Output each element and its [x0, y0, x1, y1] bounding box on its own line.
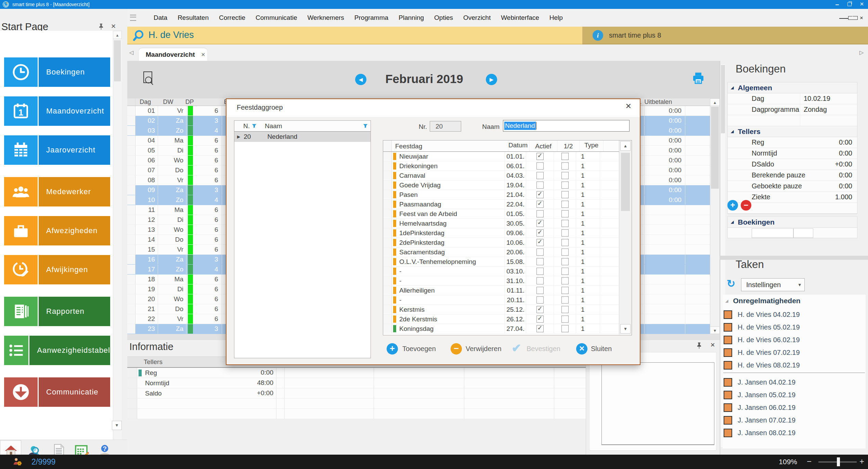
collapse-icon[interactable]: ◢ — [725, 299, 728, 303]
scroll-up-icon[interactable]: ▲ — [620, 141, 631, 151]
preview-search-icon[interactable] — [141, 70, 157, 87]
task-item[interactable]: J. Jansen 06.02.19 — [723, 401, 866, 414]
holiday-row[interactable]: O.L.V.-Tenhemelopneming 15.08. 1 — [383, 257, 619, 267]
menu-item-data[interactable]: Data — [148, 9, 172, 27]
task-item[interactable]: J. Jansen 07.02.19 — [723, 414, 866, 427]
scrollbar-thumb[interactable] — [114, 40, 121, 81]
section-tellers[interactable]: ◢Tellers — [728, 126, 857, 137]
task-item[interactable]: J. Jansen 04.02.19 — [723, 376, 866, 389]
half-checkbox[interactable] — [561, 277, 569, 284]
half-checkbox[interactable] — [561, 325, 569, 332]
actief-checkbox[interactable] — [536, 268, 544, 275]
half-checkbox[interactable] — [561, 249, 569, 256]
menu-item-correctie[interactable]: Correctie — [214, 9, 250, 27]
tab-scroll-right-icon[interactable]: ▷ — [859, 49, 864, 56]
menu-item-communicatie[interactable]: Communicatie — [250, 9, 302, 27]
filter-icon[interactable] — [252, 124, 257, 128]
close-dialog-button[interactable]: Sluiten — [591, 345, 612, 353]
sidebar-tile[interactable]: 1 Communicatie — [4, 377, 110, 407]
scrollbar-thumb[interactable] — [721, 65, 725, 133]
half-checkbox[interactable] — [561, 172, 569, 179]
holiday-row[interactable]: Kerstmis 25.12. 1 — [383, 305, 619, 314]
holiday-row[interactable]: Pasen 21.04. 1 — [383, 190, 619, 200]
actief-checkbox[interactable] — [536, 172, 544, 179]
informatie-row[interactable]: Saldo +0:00 — [127, 388, 586, 399]
actief-checkbox[interactable] — [536, 249, 544, 256]
task-item[interactable]: H. de Vries 06.02.19 — [723, 334, 866, 346]
scroll-down-icon[interactable]: ▼ — [710, 326, 720, 334]
window-titlebar[interactable]: smart time plus 8 - [Maandoverzicht] ✕ — [0, 0, 868, 9]
remove-button[interactable]: Verwijderen — [466, 345, 502, 353]
holiday-row[interactable]: Goede Vrijdag 19.04. 1 — [383, 180, 619, 190]
counter-row[interactable]: Geboekte pauze 0:00 — [728, 181, 857, 192]
counter-row[interactable]: Normtijd 0:00 — [728, 148, 857, 159]
menu-item-resultaten[interactable]: Resultaten — [172, 9, 214, 27]
close-button-icon[interactable]: × — [576, 343, 587, 354]
section-boekingen[interactable]: ◢Boekingen — [728, 217, 857, 228]
half-checkbox[interactable] — [561, 220, 569, 227]
holiday-row[interactable]: Nieuwjaar 01.01. 1 — [383, 152, 619, 161]
actief-checkbox[interactable] — [536, 287, 544, 294]
remove-button-icon[interactable]: − — [451, 343, 462, 354]
half-checkbox[interactable] — [561, 258, 569, 265]
half-checkbox[interactable] — [561, 316, 569, 323]
menu-item-overzicht[interactable]: Overzicht — [458, 9, 496, 27]
task-item[interactable]: J. Jansen 08.02.19 — [723, 427, 866, 439]
col-uitbetalen[interactable]: Uitbetalen — [642, 98, 685, 106]
counter-row[interactable]: Reg 0:00 — [728, 137, 857, 148]
pin-icon[interactable] — [99, 23, 104, 30]
holiday-row[interactable]: Driekoningen 06.01. 1 — [383, 161, 619, 171]
half-checkbox[interactable] — [561, 210, 569, 217]
menu-item-help[interactable]: Help — [544, 9, 568, 27]
holiday-row[interactable]: Carnaval 04.03. 1 — [383, 171, 619, 180]
actief-checkbox[interactable] — [536, 316, 544, 323]
menu-grip-icon[interactable] — [130, 15, 136, 21]
menu-item-programma[interactable]: Programma — [349, 9, 393, 27]
pin-icon[interactable] — [697, 342, 702, 349]
half-checkbox[interactable] — [561, 287, 569, 294]
restore-button[interactable] — [843, 0, 856, 9]
sidebar-tile[interactable]: 1 Rapporten — [4, 297, 110, 326]
counter-row[interactable]: DSaldo +0:00 — [728, 159, 857, 170]
task-item[interactable]: J. Jansen 05.02.19 — [723, 389, 866, 401]
half-checkbox[interactable] — [561, 268, 569, 275]
collapse-icon[interactable]: ◢ — [731, 129, 734, 134]
collapse-icon[interactable]: ◢ — [731, 85, 734, 90]
task-item[interactable]: H. de Vries 07.02.19 — [723, 346, 866, 359]
col-n[interactable]: N. — [243, 122, 250, 130]
holiday-row[interactable]: 2de Kerstmis 26.12. 1 — [383, 314, 619, 324]
task-item[interactable]: H. de Vries 04.02.19 — [723, 308, 866, 321]
sidebar-tile[interactable]: 1 Aanwezigheidstabel — [4, 336, 110, 365]
actief-checkbox[interactable] — [536, 153, 544, 160]
add-button[interactable]: Toevoegen — [402, 345, 436, 353]
actief-checkbox[interactable] — [536, 306, 544, 313]
actief-checkbox[interactable] — [536, 296, 544, 304]
col-dp[interactable]: DP — [183, 98, 217, 106]
half-checkbox[interactable] — [561, 229, 569, 237]
scroll-up-icon[interactable]: ▲ — [113, 31, 122, 39]
close-icon[interactable]: ✕ — [710, 341, 715, 349]
section-algemeen[interactable]: ◢Algemeen — [728, 82, 857, 93]
half-checkbox[interactable] — [561, 306, 569, 313]
sidebar-tile[interactable]: 1 Jaaroverzicht — [4, 135, 110, 165]
half-checkbox[interactable] — [561, 296, 569, 304]
half-checkbox[interactable] — [561, 162, 569, 170]
task-item[interactable]: H. de Vries 08.02.19 — [723, 359, 866, 372]
col-half[interactable]: 1/2 — [557, 140, 580, 151]
actief-checkbox[interactable] — [536, 258, 544, 265]
holiday-row[interactable]: Paasmaandag 22.04. 1 — [383, 200, 619, 209]
minimize-button[interactable] — [831, 0, 843, 9]
half-checkbox[interactable] — [561, 201, 569, 208]
actief-checkbox[interactable] — [536, 325, 544, 332]
col-dag[interactable]: Dag — [135, 98, 155, 106]
scroll-down-icon[interactable]: ▼ — [112, 421, 122, 430]
tab-scroll-left-icon[interactable]: ◁ — [129, 49, 133, 56]
holiday-row[interactable]: - 31.10. 1 — [383, 276, 619, 286]
sidebar-tile[interactable]: 1 Medewerker — [4, 177, 110, 206]
actief-checkbox[interactable] — [536, 201, 544, 208]
property-row[interactable]: Dagprogramma Zondag — [728, 104, 857, 115]
dialog-titlebar[interactable] — [226, 99, 640, 117]
menu-item-opties[interactable]: Opties — [429, 9, 458, 27]
counter-row[interactable]: Berekende pauze 0:00 — [728, 170, 857, 181]
holiday-row[interactable]: Hemelvaartsdag 30.05. 1 — [383, 219, 619, 228]
